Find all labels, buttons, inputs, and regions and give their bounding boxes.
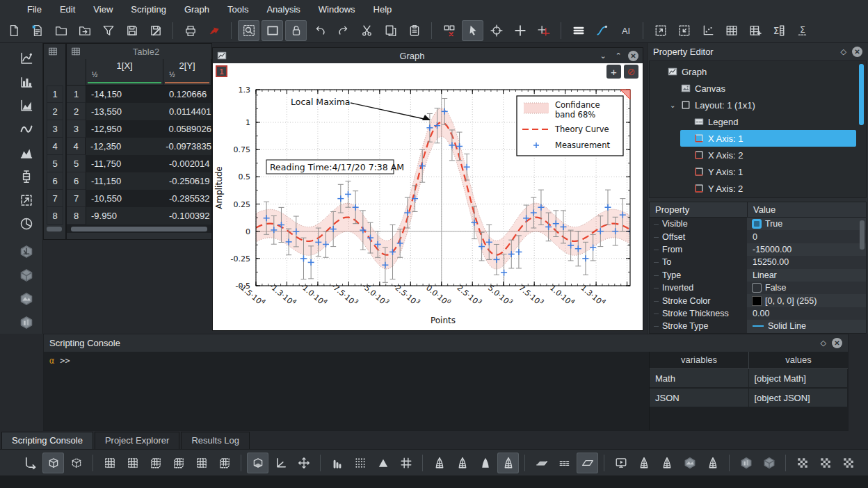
menu-help[interactable]: Help <box>364 1 401 17</box>
cube-axes-button[interactable] <box>15 240 38 263</box>
row-header[interactable]: 6 <box>67 172 86 190</box>
texture-1-button[interactable] <box>791 453 813 473</box>
row-header[interactable]: 3 <box>47 120 63 138</box>
property-value[interactable]: 15250.00 <box>753 257 789 267</box>
cell-y[interactable]: -0.0973835 <box>161 138 211 155</box>
cell-x[interactable]: -13,550 <box>86 103 164 120</box>
tree-item-graph[interactable]: Graph <box>654 63 856 80</box>
panel-close-button[interactable]: ✕ <box>852 47 862 57</box>
row-header[interactable]: 7 <box>47 190 63 207</box>
checkbox-checked-icon[interactable] <box>753 220 761 228</box>
color-swatch[interactable] <box>753 297 761 305</box>
bar-chart-3d-button[interactable] <box>326 453 348 473</box>
new-table-button[interactable] <box>721 20 742 41</box>
cone-wire-2-button[interactable] <box>451 453 473 473</box>
row-header[interactable]: 4 <box>47 138 63 155</box>
property-value[interactable]: 0 <box>753 232 757 242</box>
row-header[interactable]: 4 <box>67 138 86 155</box>
menu-graph[interactable]: Graph <box>175 1 218 17</box>
new-project-button[interactable] <box>3 20 24 41</box>
tree-item-y-axis-1[interactable]: Y Axis: 1 <box>680 163 856 180</box>
grid-cube-top-button[interactable] <box>122 453 143 473</box>
select-cursor-button[interactable] <box>462 20 483 41</box>
cone-wire-4-button[interactable] <box>656 453 677 473</box>
menu-windows[interactable]: Windows <box>310 1 364 17</box>
cube-dashed-button[interactable] <box>65 453 87 473</box>
cone-wire-1-button[interactable] <box>428 453 450 473</box>
row-header[interactable]: 2 <box>67 103 86 120</box>
property-row-inverted[interactable]: InvertedFalse <box>650 282 866 294</box>
cell-y[interactable]: 0.0589026 <box>164 120 211 138</box>
tree-item-legend[interactable]: Legend <box>680 113 856 130</box>
copy-button[interactable] <box>380 20 401 41</box>
column-header-y[interactable]: 2[Y]½ <box>163 59 211 85</box>
tree-item-y-axis-2[interactable]: Y Axis: 2 <box>680 180 856 197</box>
save-button[interactable] <box>121 20 143 41</box>
zoom-crosshair-button[interactable] <box>533 20 554 41</box>
property-row-visible[interactable]: VisibleTrue <box>650 218 866 230</box>
graph-titlebar[interactable]: Graph ⌄ ⌃ ✕ <box>213 48 643 63</box>
variable-row[interactable]: Math[object Math] <box>650 369 848 389</box>
tab-project-explorer[interactable]: Project Explorer <box>95 432 179 449</box>
property-row-stroke-type[interactable]: Stroke TypeSolid Line <box>650 320 866 332</box>
cell-y[interactable]: -0.285532 <box>164 190 211 207</box>
property-value[interactable]: True <box>765 219 782 229</box>
add-marker-button[interactable] <box>509 20 531 41</box>
cube-bars-button[interactable] <box>15 311 38 334</box>
axis-tool-button[interactable] <box>697 20 718 41</box>
row-header[interactable]: 2 <box>47 103 63 120</box>
texture-3-button[interactable] <box>837 453 859 473</box>
zoom-fit-in-button[interactable] <box>673 20 695 41</box>
move-3d-button[interactable] <box>293 453 314 473</box>
row-header[interactable]: 3 <box>67 120 86 138</box>
hex-bars-2-button[interactable] <box>735 453 757 473</box>
draw-rect-button[interactable] <box>262 20 283 41</box>
cell-y[interactable]: -0.250619 <box>164 172 211 190</box>
row-header[interactable]: 8 <box>47 207 63 225</box>
cell-y[interactable]: -0.002014 <box>164 155 211 172</box>
cube-terrain-button[interactable] <box>15 287 38 310</box>
menu-file[interactable]: File <box>18 1 51 17</box>
graph-window[interactable]: Graph ⌄ ⌃ ✕ 1.310.750.50.250-0.25-0.5-1.… <box>212 47 643 331</box>
table1-window[interactable]: 12345678 <box>43 43 66 240</box>
table2-window[interactable]: Table2 1[X]½2[Y]½ 1-14,1500.1206662-13,5… <box>66 43 212 240</box>
grid-cube-front-button[interactable] <box>99 453 120 473</box>
zoom-select-button[interactable] <box>238 20 259 41</box>
ungroup-button[interactable] <box>438 20 460 41</box>
cube-solid-button[interactable] <box>42 453 64 473</box>
cell-x[interactable]: -11,750 <box>86 155 164 172</box>
row-header[interactable]: 6 <box>47 172 63 190</box>
property-value[interactable]: Solid Line <box>768 321 806 331</box>
grid-lines-button[interactable] <box>395 453 417 473</box>
print-button[interactable] <box>179 20 201 41</box>
panel-float-icon[interactable]: ◇ <box>841 47 846 56</box>
variable-row[interactable]: JSON[object JSON] <box>650 389 848 408</box>
histogram-button[interactable] <box>15 70 38 93</box>
page-tab-1[interactable]: 1 <box>216 65 227 77</box>
sum-button[interactable]: Σ <box>791 20 813 41</box>
property-value[interactable]: -15000.00 <box>753 245 791 254</box>
filter-button[interactable] <box>97 20 119 41</box>
window-minimize-button[interactable]: ⌄ <box>597 50 609 61</box>
menu-edit[interactable]: Edit <box>51 1 84 17</box>
redo-button[interactable] <box>332 20 354 41</box>
row-header[interactable]: 7 <box>67 190 86 207</box>
axes-3d-button[interactable] <box>270 453 291 473</box>
row-header[interactable]: 5 <box>67 155 86 172</box>
draw-curve-button[interactable] <box>591 20 613 41</box>
window-close-button[interactable]: ✕ <box>628 51 638 61</box>
open-project-button[interactable] <box>50 20 72 41</box>
undo-button[interactable] <box>309 20 330 41</box>
menu-tools[interactable]: Tools <box>218 1 257 17</box>
waves-button[interactable] <box>554 453 575 473</box>
cell-x[interactable]: -11,150 <box>86 172 164 190</box>
area-chart-button[interactable] <box>15 141 38 164</box>
menu-view[interactable]: View <box>84 1 122 17</box>
xy-plot-button[interactable] <box>15 94 38 117</box>
console-input[interactable]: α>> <box>44 352 649 430</box>
block-button[interactable]: ⊘ <box>624 65 638 79</box>
corner-arrow-button[interactable] <box>19 453 41 473</box>
cell-x[interactable]: -14,150 <box>86 86 164 103</box>
cube-surface-button[interactable] <box>15 263 38 286</box>
triangle-mesh-button[interactable] <box>372 453 394 473</box>
